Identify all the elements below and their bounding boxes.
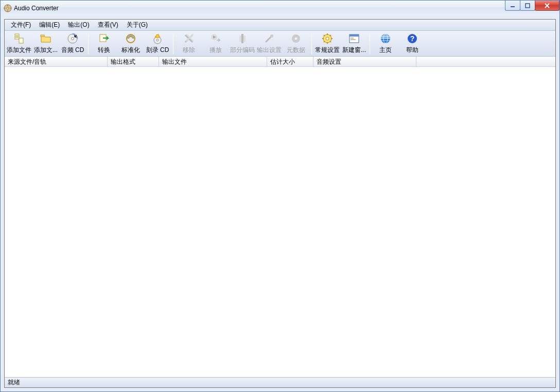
toolbar: 添加文件 添加文... 音频 CD 转换 [5,31,555,57]
toolbar-separator [370,33,370,54]
partial-encode-label: 部分编码 [230,46,255,55]
audio-cd-button[interactable]: 音频 CD [59,32,86,56]
output-settings-icon [263,32,275,45]
convert-icon [98,32,110,45]
maximize-button[interactable] [520,1,535,11]
help-label: 帮助 [406,46,418,55]
svg-point-8 [72,38,74,40]
remove-button: 移除 [176,32,202,56]
metadata-label: 元数据 [287,46,305,55]
add-folder-label: 添加文... [34,46,58,55]
menu-view[interactable]: 查看(V) [94,20,122,30]
svg-text:?: ? [410,34,415,43]
add-folder-button[interactable]: 添加文... [32,32,59,56]
new-window-label: 新建窗... [342,46,366,55]
toolbar-separator [311,33,312,54]
normalize-button[interactable]: 标准化 [117,32,144,56]
help-button[interactable]: ? 帮助 [399,32,426,56]
general-settings-label: 常规设置 [315,46,340,55]
burn-cd-label: 刻录 CD [146,46,169,55]
app-icon [4,4,12,12]
menu-about[interactable]: 关于(G) [122,20,152,30]
svg-point-9 [74,34,77,38]
play-button: 播放 [202,32,229,56]
play-icon [209,32,222,45]
svg-rect-5 [19,38,23,43]
titlebar-left: Audio Converter [4,4,59,12]
svg-point-17 [270,34,273,38]
homepage-label: 主页 [379,46,392,55]
metadata-button: 元数据 [283,32,309,56]
burn-cd-button[interactable]: 刻录 CD [144,32,171,56]
status-text: 就绪 [8,378,20,387]
window-body: 文件(F) 编辑(E) 输出(O) 查看(V) 关于(G) 添加文件 添加文..… [0,15,560,392]
statusbar: 就绪 [5,377,555,387]
new-window-button[interactable]: 新建窗... [341,32,367,56]
col-source[interactable]: 来源文件/音轨 [5,57,108,66]
menu-file[interactable]: 文件(F) [7,20,35,30]
output-settings-button: 输出设置 [256,32,283,56]
svg-point-1 [7,7,9,9]
col-format[interactable]: 输出格式 [108,57,159,66]
svg-point-19 [295,38,297,40]
svg-rect-24 [351,38,354,39]
burn-icon [151,32,164,45]
menubar: 文件(F) 编辑(E) 输出(O) 查看(V) 关于(G) [5,20,555,31]
svg-rect-25 [351,39,356,40]
window-controls [505,1,559,15]
remove-icon [183,32,195,45]
svg-rect-23 [349,34,359,37]
convert-button[interactable]: 转换 [91,32,117,56]
play-label: 播放 [209,46,222,55]
convert-label: 转换 [98,46,110,55]
file-list[interactable] [5,67,555,377]
cd-icon [66,32,79,45]
col-blank[interactable] [416,57,555,66]
svg-point-13 [156,39,159,41]
normalize-icon [125,32,137,45]
window-title: Audio Converter [14,5,59,12]
menu-edit[interactable]: 编辑(E) [35,20,64,30]
menu-output[interactable]: 输出(O) [64,20,93,30]
metadata-icon [290,32,302,45]
inner-frame: 文件(F) 编辑(E) 输出(O) 查看(V) 关于(G) 添加文件 添加文..… [4,19,556,388]
titlebar: Audio Converter [0,0,560,15]
list-header: 来源文件/音轨 输出格式 输出文件 估计大小 音频设置 [5,57,555,67]
home-icon [379,32,392,45]
col-audio-settings[interactable]: 音频设置 [313,57,416,66]
add-file-label: 添加文件 [7,46,31,55]
col-estsize[interactable]: 估计大小 [267,57,313,66]
toolbar-separator [173,33,173,54]
svg-rect-3 [526,4,530,8]
toolbar-separator [88,33,89,54]
partial-encode-button: 部分编码 [229,32,256,56]
svg-point-21 [326,37,329,40]
folder-add-icon [40,32,52,45]
remove-label: 移除 [183,46,195,55]
svg-rect-6 [41,35,44,37]
normalize-label: 标准化 [121,46,140,55]
audio-cd-label: 音频 CD [61,46,84,55]
homepage-button[interactable]: 主页 [372,32,399,56]
file-add-icon [13,32,25,45]
add-file-button[interactable]: 添加文件 [6,32,32,56]
window-icon [348,32,360,45]
close-button[interactable] [535,1,559,11]
gear-icon [321,32,334,45]
col-outfile[interactable]: 输出文件 [159,57,267,66]
minimize-button[interactable] [505,1,520,11]
general-settings-button[interactable]: 常规设置 [314,32,341,56]
svg-rect-16 [241,34,243,43]
help-icon: ? [406,32,418,45]
partial-encode-icon [236,32,249,45]
svg-rect-2 [511,6,515,7]
output-settings-label: 输出设置 [257,46,282,55]
